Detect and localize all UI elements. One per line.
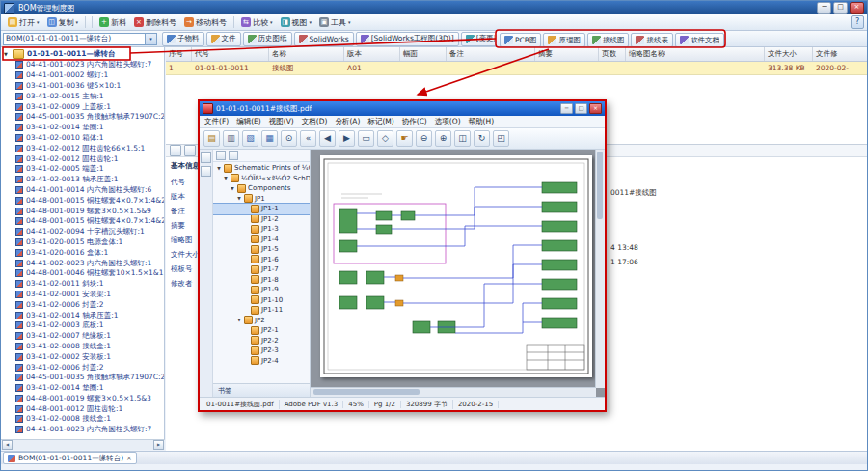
- pdf-status-zoom[interactable]: 45%: [343, 401, 369, 408]
- tree-item[interactable]: 04-48-001-0019 螺套3×0.5×1.5&3: [1, 394, 164, 404]
- tree-item[interactable]: 04-45-001-0035 角接触球轴承71907C:2: [1, 112, 164, 123]
- tree-item[interactable]: 03-41-02-0012 固柱齿轮:1: [1, 153, 164, 164]
- bookmark-item[interactable]: ▼Components: [213, 183, 310, 194]
- bookmark-item[interactable]: JP1-9: [213, 285, 310, 295]
- bookmark-item[interactable]: JP2-3: [213, 346, 310, 356]
- tree-item[interactable]: 03-41-02-0005 端盖:1: [1, 164, 164, 175]
- collapse-icon[interactable]: ▼: [223, 176, 229, 180]
- menu-options[interactable]: 选项(O): [435, 117, 461, 126]
- tree-item[interactable]: 04-48-001-0015 铜柱螺套4×0.7×1:4&24: [1, 195, 164, 206]
- tab-schematic[interactable]: 原理图: [543, 33, 585, 47]
- bookmark-item[interactable]: JP1-10: [213, 295, 310, 306]
- column-header[interactable]: 序号: [166, 47, 192, 61]
- print-icon[interactable]: ▥: [223, 130, 239, 147]
- view-button[interactable]: ◨视图▾: [277, 16, 316, 29]
- column-header[interactable]: 备注: [447, 47, 535, 61]
- pages-panel-icon[interactable]: [201, 166, 211, 177]
- collapse-icon[interactable]: ▼: [236, 196, 242, 201]
- column-header[interactable]: 缩略图名称: [626, 47, 765, 61]
- bookmark-item[interactable]: JP1-5: [213, 244, 310, 255]
- tree-item[interactable]: 03-41-02-0014 轴承压盖:1: [1, 310, 164, 320]
- bookmark-options-icon[interactable]: [216, 151, 226, 160]
- bookmark-item[interactable]: JP1-4: [213, 235, 310, 245]
- tree-item[interactable]: 03-41-02-0015 主轴:1: [1, 91, 164, 101]
- tree-item[interactable]: 03-41-02-0014 垫圈:1: [1, 383, 164, 394]
- tree-item[interactable]: 04-48-001-0012 固柱齿轮:1: [1, 403, 164, 414]
- tree-item[interactable]: 03-41-02-0003 底板:1: [1, 320, 164, 331]
- tree-item[interactable]: 04-41-001-0002 螺钉:1: [1, 70, 164, 81]
- pdf-horizontal-scrollbar[interactable]: [311, 387, 596, 397]
- tree-item[interactable]: 03-41-02-0014 垫圈:1: [1, 123, 164, 133]
- zoom-in-icon[interactable]: ⊕: [435, 130, 451, 147]
- compare-button[interactable]: ⇆比较▾: [237, 16, 277, 29]
- bookmark-item[interactable]: JP1-3: [213, 224, 310, 235]
- bom-selector[interactable]: BOM(01-01-01-0011—缘转台): [3, 33, 157, 45]
- open-button[interactable]: ▤打开▾: [4, 16, 43, 29]
- tree-item[interactable]: 03-41-020-0016 盒体:1: [1, 247, 164, 258]
- pdf-close-button[interactable]: ×: [589, 103, 602, 114]
- next-page-icon[interactable]: ▶: [339, 130, 355, 147]
- column-header[interactable]: 摘要: [535, 47, 599, 61]
- search-icon[interactable]: ⊙: [281, 130, 297, 147]
- new-part-button[interactable]: +新料: [95, 16, 130, 29]
- bookmark-item[interactable]: JP2-4: [213, 356, 310, 367]
- tree-item[interactable]: 04-48-001-0046 铜柱螺套10×1.5×1&1: [1, 268, 164, 279]
- tab-sub-materials[interactable]: 子物料: [162, 32, 204, 46]
- menu-document[interactable]: 文档(D): [302, 117, 328, 126]
- column-header[interactable]: 幅面: [400, 47, 447, 61]
- column-header[interactable]: 页数: [599, 47, 626, 61]
- marquee-zoom-icon[interactable]: ◫: [454, 130, 471, 147]
- menu-help[interactable]: 帮助(H): [469, 117, 495, 126]
- tree-item[interactable]: 03-41-02-0013 轴承压盖:1: [1, 175, 164, 185]
- minimize-button[interactable]: ─: [817, 2, 831, 14]
- tab-wiring-table[interactable]: 接线表: [631, 33, 673, 47]
- fit-width-icon[interactable]: ◰: [493, 130, 509, 147]
- bookmark-item[interactable]: JP2-2: [213, 336, 310, 346]
- bookmark-item[interactable]: ▼JP2: [213, 316, 310, 326]
- bookmark-item[interactable]: JP1-1: [213, 204, 310, 214]
- pdf-maximize-button[interactable]: □: [575, 103, 587, 114]
- tree-item[interactable]: 03-41-02-0010 箱体:1: [1, 133, 164, 144]
- bookmark-item[interactable]: JP1-7: [213, 264, 310, 275]
- column-header[interactable]: 名称: [269, 47, 344, 61]
- hand-tool-icon[interactable]: ☛: [396, 130, 413, 147]
- bookmarks-tab[interactable]: 书签: [213, 383, 310, 397]
- tree-item[interactable]: 03-41-02-0009 上盖板:1: [1, 101, 164, 112]
- tree-item[interactable]: 03-41-02-0012 固柱齿轮66×1.5:1: [1, 143, 164, 153]
- rotate-icon[interactable]: ↻: [474, 130, 490, 147]
- table-row[interactable]: 101-01-01-0011接线图A01313.38 KB2020-02-: [166, 62, 868, 75]
- page-view-icon[interactable]: ▭: [358, 130, 374, 147]
- zoom-out-icon[interactable]: ⊖: [416, 130, 432, 147]
- tree-item[interactable]: 04-41-002-0023 内六角圆柱头螺钉:1: [1, 258, 164, 268]
- tree-item[interactable]: 04-48-001-0019 螺套3×0.5×1.5&9: [1, 206, 164, 216]
- help-icon[interactable]: [851, 15, 864, 29]
- tree-item[interactable]: 03-41-02-0001 安装架:1: [1, 290, 164, 300]
- menu-collaborate[interactable]: 协作(C): [402, 117, 427, 126]
- scroll-right-icon[interactable]: [153, 440, 164, 450]
- tree-item[interactable]: 04-41-002-0094 十字槽沉头螺钉:1: [1, 227, 164, 237]
- tree-item[interactable]: 04-41-001-0023 内六角圆柱头螺钉:7: [1, 60, 164, 70]
- maximize-button[interactable]: □: [833, 2, 848, 14]
- copy-button[interactable]: ◫复制▾: [43, 16, 83, 29]
- close-icon[interactable]: [126, 455, 132, 462]
- bookmark-item[interactable]: JP2-1: [213, 325, 310, 336]
- bookmark-item[interactable]: ▼Schematic Prints of ¼ÓÏß¹«×ª: [213, 163, 310, 174]
- first-page-icon[interactable]: «: [300, 130, 316, 147]
- properties-icon[interactable]: [170, 145, 181, 156]
- tree-item[interactable]: 03-41-02-0006 封盖:2: [1, 362, 164, 373]
- bookmark-item[interactable]: JP1-6: [213, 255, 310, 265]
- tools-button[interactable]: ▣工具▾: [315, 16, 355, 29]
- tree-item[interactable]: 03-41-02-0011 斜块:1: [1, 279, 164, 290]
- collapse-icon[interactable]: ▼: [230, 186, 235, 191]
- column-header[interactable]: 文件大小: [765, 47, 813, 61]
- tree-root-node[interactable]: 01-01-01-0011—缘转台: [1, 47, 164, 60]
- delete-part-button[interactable]: ×删除料号: [130, 16, 180, 29]
- tab-solidworks[interactable]: SolidWorks: [294, 32, 354, 46]
- menu-analyze[interactable]: 分析(A): [335, 117, 360, 126]
- move-part-button[interactable]: →移动料号: [180, 16, 231, 29]
- scroll-left-icon[interactable]: [2, 440, 13, 450]
- pdf-minimize-button[interactable]: ─: [560, 103, 573, 114]
- save-icon[interactable]: ▦: [261, 130, 278, 147]
- bookmark-expand-icon[interactable]: [229, 151, 238, 160]
- tree-horizontal-scrollbar[interactable]: [1, 439, 165, 450]
